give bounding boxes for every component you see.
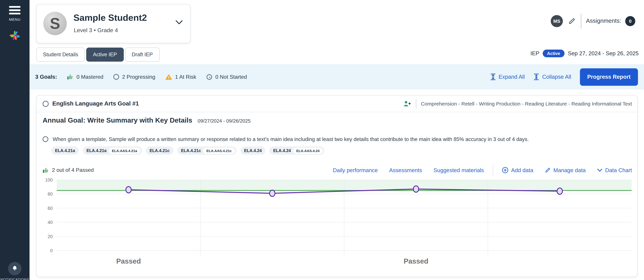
standard-code: ELA.4.24 bbox=[273, 148, 291, 153]
app-logo-icon[interactable] bbox=[9, 29, 21, 41]
svg-text:100: 100 bbox=[45, 177, 53, 182]
thumbs-up-icon bbox=[67, 74, 74, 80]
user-initials: MS bbox=[553, 18, 560, 24]
tab-active-iep[interactable]: Active IEP bbox=[86, 48, 124, 62]
svg-text:0: 0 bbox=[50, 248, 53, 253]
student-meta: Level 3 • Grade 4 bbox=[74, 27, 118, 34]
goal-header[interactable]: English Language Arts Goal #1 Comprehens… bbox=[36, 95, 637, 112]
svg-text:80: 80 bbox=[48, 192, 53, 197]
standard-subcode: ELA.AAS.4.21a bbox=[109, 147, 140, 153]
standards-row: ELA.4.21a ELA.4.21aELA.AAS.4.21a ELA.4.2… bbox=[51, 146, 324, 155]
svg-text:60: 60 bbox=[48, 206, 53, 211]
standard-code: ELA.4.24 bbox=[244, 148, 262, 153]
tab-draft-iep[interactable]: Draft IEP bbox=[125, 48, 160, 62]
standard-chip: ELA.4.21aELA.AAS.4.21a bbox=[83, 146, 142, 155]
goals-count-title: 3 Goals: bbox=[35, 74, 57, 80]
goal-progress-chart: 020406080100PassedPassed bbox=[42, 176, 632, 271]
standard-chip: ELA.4.24ELA.AAS.4.24 bbox=[270, 146, 324, 155]
goals-progressing-item: 2 Progressing bbox=[113, 74, 155, 80]
goal-categories: Comprehension - Retell - Writing Product… bbox=[421, 101, 632, 107]
assignments-count-badge: 0 bbox=[625, 16, 635, 26]
passed-summary: 2 out of 4 Passed bbox=[42, 167, 94, 173]
goal-meta-row: 2 out of 4 Passed Daily performance Asse… bbox=[42, 165, 632, 175]
goals-not-started-label: 0 Not Started bbox=[215, 74, 247, 80]
standard-chip: ELA.4.21cELA.AAS.4.21c bbox=[177, 146, 236, 155]
assignments-label: Assignments: bbox=[586, 17, 621, 24]
expand-icon bbox=[490, 73, 496, 80]
iep-active-badge: Active bbox=[543, 50, 564, 57]
daily-performance-link[interactable]: Daily performance bbox=[333, 167, 378, 173]
goals-summary-actions: Expand All Collapse All Progress Report bbox=[490, 68, 638, 86]
goals-at-risk-label: 1 At Risk bbox=[175, 74, 196, 80]
progress-report-button[interactable]: Progress Report bbox=[580, 68, 638, 86]
student-selector-card[interactable]: S Sample Student2 Level 3 • Grade 4 bbox=[36, 4, 190, 43]
standard-chip: ELA.4.21a bbox=[51, 146, 79, 155]
goal-status-icon bbox=[42, 101, 49, 107]
iep-status-row: IEP Active Sep 27, 2024 - Sep 26, 2025 bbox=[530, 50, 639, 57]
collapse-all-label: Collapse All bbox=[542, 74, 571, 80]
student-avatar-initial: S bbox=[50, 14, 60, 32]
goal-header-divider bbox=[416, 99, 416, 109]
assessments-link[interactable]: Assessments bbox=[389, 167, 422, 173]
student-tabs: Student Details Active IEP Draft IEP bbox=[36, 48, 160, 62]
menu-label: MENU bbox=[0, 17, 30, 21]
thumbs-up-icon bbox=[42, 167, 49, 173]
app-root: MENU NOTIFICATIONS S Sample bbox=[0, 0, 644, 280]
expand-all-label: Expand All bbox=[498, 74, 525, 80]
standard-subcode: ELA.AAS.4.21c bbox=[204, 147, 235, 153]
person-plus-icon[interactable] bbox=[403, 100, 411, 107]
goal-header-right: Comprehension - Retell - Writing Product… bbox=[403, 99, 632, 109]
add-data-label: Add data bbox=[511, 167, 533, 173]
goals-not-started-item: 0 Not Started bbox=[206, 74, 247, 80]
links-divider bbox=[493, 164, 493, 176]
expand-all-button[interactable]: Expand All bbox=[490, 73, 525, 80]
standard-chip: ELA.4.21c bbox=[146, 146, 174, 155]
standard-code: ELA.4.21c bbox=[150, 148, 170, 153]
iep-date-range: Sep 27, 2024 - Sep 26, 2025 bbox=[568, 50, 639, 57]
goal-links: Daily performance Assessments Suggested … bbox=[333, 164, 632, 176]
standard-code: ELA.4.21c bbox=[181, 148, 201, 153]
standard-subcode: ELA.AAS.4.24 bbox=[293, 147, 323, 153]
topbar-right: MS Assignments: 0 bbox=[551, 13, 635, 28]
add-data-button[interactable]: Add data bbox=[502, 167, 533, 173]
standard-code: ELA.4.21a bbox=[55, 148, 75, 153]
svg-text:40: 40 bbox=[48, 220, 53, 225]
standard-code: ELA.4.21a bbox=[86, 148, 107, 153]
goals-mastered-label: 0 Mastered bbox=[76, 74, 103, 80]
chevron-down-icon[interactable] bbox=[176, 20, 183, 25]
collapse-all-button[interactable]: Collapse All bbox=[534, 73, 571, 80]
data-chart-toggle[interactable]: Data Chart bbox=[597, 167, 632, 173]
goal-title: English Language Arts Goal #1 bbox=[52, 100, 139, 107]
standard-chip: ELA.4.24 bbox=[240, 146, 266, 155]
goal-card: English Language Arts Goal #1 Comprehens… bbox=[36, 95, 638, 277]
suggested-materials-link[interactable]: Suggested materials bbox=[434, 167, 484, 173]
svg-text:Passed: Passed bbox=[404, 257, 428, 265]
goal-header-left: English Language Arts Goal #1 bbox=[42, 100, 139, 107]
annual-goal-title: Annual Goal: Write Summary with Key Deta… bbox=[42, 116, 192, 124]
user-avatar[interactable]: MS bbox=[551, 15, 563, 27]
objective-description: When given a template, Sample will produ… bbox=[53, 136, 529, 143]
collapse-icon bbox=[534, 73, 540, 80]
goals-at-risk-item: 1 At Risk bbox=[165, 74, 196, 80]
goals-summary-bar: 3 Goals: 0 Mastered 2 Progressing 1 At R… bbox=[30, 64, 644, 89]
goals-summary-left: 3 Goals: 0 Mastered 2 Progressing 1 At R… bbox=[35, 74, 247, 80]
data-chart-label: Data Chart bbox=[605, 167, 632, 173]
plus-circle-icon bbox=[502, 167, 508, 173]
svg-text:20: 20 bbox=[48, 234, 53, 239]
edit-icon[interactable] bbox=[568, 17, 576, 25]
annual-goal-row: Annual Goal: Write Summary with Key Deta… bbox=[42, 116, 250, 124]
notifications-button[interactable] bbox=[8, 262, 22, 275]
manage-data-button[interactable]: Manage data bbox=[545, 167, 586, 173]
passed-summary-label: 2 out of 4 Passed bbox=[52, 167, 94, 173]
warning-triangle-icon bbox=[165, 74, 172, 80]
svg-text:Passed: Passed bbox=[116, 257, 141, 265]
student-name: Sample Student2 bbox=[74, 13, 147, 23]
goals-progressing-label: 2 Progressing bbox=[122, 74, 155, 80]
notifications-label: NOTIFICATIONS bbox=[0, 277, 30, 280]
tab-student-details[interactable]: Student Details bbox=[36, 48, 85, 62]
bell-icon bbox=[12, 265, 18, 272]
iep-label: IEP bbox=[530, 50, 539, 57]
manage-data-label: Manage data bbox=[554, 167, 586, 173]
topbar-divider bbox=[581, 13, 581, 28]
menu-icon[interactable] bbox=[9, 6, 20, 16]
